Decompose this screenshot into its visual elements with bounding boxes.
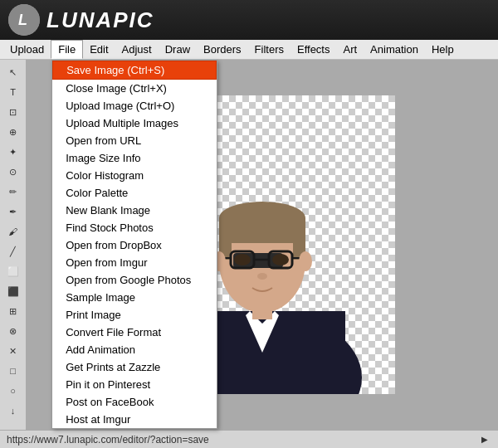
tool-rectangle[interactable]: □ [2, 362, 24, 380]
menu-item-art[interactable]: Art [336, 40, 364, 59]
file-menu-item-print-image[interactable]: Print Image [52, 306, 217, 324]
tool-pencil[interactable]: ✒ [2, 202, 24, 221]
tool-brush[interactable]: 🖌 [2, 222, 24, 241]
file-menu-item-open-url[interactable]: Open from URL [52, 132, 217, 149]
file-menu-item-pinterest[interactable]: Pin it on Pinterest [52, 376, 217, 393]
tool-arrow-down[interactable]: ↓ [2, 402, 24, 420]
file-menu-item-color-palette[interactable]: Color Palette [52, 184, 217, 202]
svg-text:L: L [18, 12, 27, 28]
status-arrow: ▶ [478, 435, 491, 444]
tool-circle[interactable]: ○ [2, 382, 24, 400]
menu-item-draw[interactable]: Draw [159, 40, 197, 59]
file-menu-item-facebook[interactable]: Post on FaceBook [52, 393, 217, 411]
statusbar: https://www7.lunapic.com/editor/?action=… [0, 430, 498, 448]
tool-clone[interactable]: ⊞ [2, 302, 24, 320]
file-menu-item-color-histogram[interactable]: Color Histogram [52, 167, 217, 184]
file-menu-item-host-imgur[interactable]: Host at Imgur [52, 411, 217, 428]
tool-smudge[interactable]: ⊗ [2, 322, 24, 340]
file-menu-item-save-image[interactable]: Save Image (Ctrl+S) [52, 61, 217, 80]
file-dropdown: Save Image (Ctrl+S)Close Image (Ctrl+X)U… [51, 60, 217, 429]
tool-cursor[interactable]: ↖ [2, 63, 24, 81]
tool-crop[interactable]: ⊡ [2, 103, 24, 121]
svg-point-21 [299, 251, 312, 271]
tool-slice[interactable]: ⊕ [2, 123, 24, 141]
file-menu-item-upload-image[interactable]: Upload Image (Ctrl+O) [52, 97, 217, 114]
menu-item-borders[interactable]: Borders [197, 40, 248, 59]
menu-item-file[interactable]: FileSave Image (Ctrl+S)Close Image (Ctrl… [51, 40, 83, 59]
file-menu-item-open-dropbox[interactable]: Open from DropBox [52, 236, 217, 254]
file-menu-item-convert-format[interactable]: Convert File Format [52, 324, 217, 341]
svg-point-18 [272, 254, 289, 265]
file-menu-item-open-imgur[interactable]: Open from Imgur [52, 254, 217, 271]
file-menu-item-upload-multiple[interactable]: Upload Multiple Images [52, 114, 217, 132]
menu-item-animation[interactable]: Animation [364, 40, 425, 59]
tool-paint-bucket[interactable]: ⬛ [2, 282, 24, 300]
menubar-wrapper: UploadFileSave Image (Ctrl+S)Close Image… [0, 40, 498, 60]
tool-type[interactable]: T [2, 83, 24, 101]
file-menu-item-add-animation[interactable]: Add Animation [52, 341, 217, 358]
menu-item-edit[interactable]: Edit [83, 40, 115, 59]
header: L LUNAPIC [0, 0, 498, 40]
tool-line[interactable]: ╱ [2, 242, 24, 261]
tool-cross[interactable]: ✕ [2, 342, 24, 360]
menu-item-help[interactable]: Help [425, 40, 461, 59]
tool-eyedropper[interactable]: ✏ [2, 183, 24, 201]
tool-zoom[interactable]: ⊙ [2, 163, 24, 181]
file-menu-item-zazzle[interactable]: Get Prints at Zazzle [52, 358, 217, 376]
menu-item-adjust[interactable]: Adjust [115, 40, 159, 59]
menu-item-effects[interactable]: Effects [290, 40, 337, 59]
file-menu-item-new-blank[interactable]: New Blank Image [52, 202, 217, 219]
logo-icon: L [8, 4, 40, 36]
file-menu-item-open-google[interactable]: Open from Google Photos [52, 271, 217, 289]
status-url: https://www7.lunapic.com/editor/?action=… [7, 434, 478, 446]
file-menu-item-close-image[interactable]: Close Image (Ctrl+X) [52, 80, 217, 97]
svg-point-17 [234, 254, 251, 265]
logo-text: LUNAPIC [46, 7, 154, 33]
tool-magic-wand[interactable]: ✦ [2, 143, 24, 161]
menu-item-upload[interactable]: Upload [3, 40, 51, 59]
toolbar: ↖T⊡⊕✦⊙✏✒🖌╱⬜⬛⊞⊗✕□○↓ [0, 60, 27, 430]
svg-point-19 [257, 273, 267, 280]
file-menu-item-find-stock[interactable]: Find Stock Photos [52, 219, 217, 236]
tool-eraser[interactable]: ⬜ [2, 262, 24, 280]
svg-rect-8 [219, 218, 305, 243]
menu-item-filters[interactable]: Filters [248, 40, 290, 59]
menubar: UploadFileSave Image (Ctrl+S)Close Image… [0, 40, 498, 60]
file-menu-item-image-size[interactable]: Image Size Info [52, 149, 217, 167]
file-menu-item-sample-image[interactable]: Sample Image [52, 289, 217, 306]
